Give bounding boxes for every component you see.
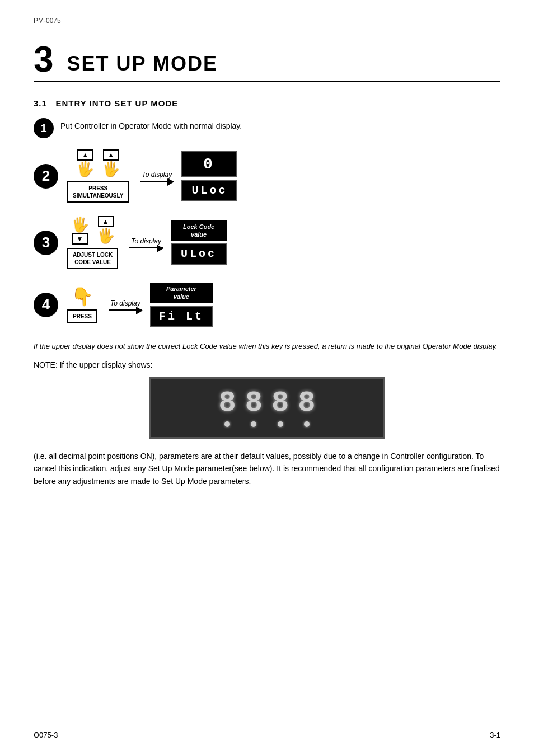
- step-1-text: Put Controller in Operator Mode with nor…: [60, 117, 242, 130]
- step-3-label-box: Lock Codevalue: [171, 220, 227, 241]
- step-4-press-label: PRESS: [67, 309, 97, 323]
- seg-digit-2: 8: [245, 389, 263, 427]
- step-4-display: Parametervalue Fi Lt: [150, 283, 213, 327]
- body-paragraph: (i.e. all decimal point positions ON), p…: [34, 450, 500, 487]
- step-2-arrow: To display: [140, 171, 174, 182]
- seg-dot-3: [278, 421, 283, 427]
- step-4-to-display: To display: [110, 299, 140, 307]
- chapter-title: SET UP MODE: [67, 53, 218, 77]
- step-3-hand-icons: 🖐 ▼ ▲ 🖐: [71, 216, 115, 245]
- hand-up-icon: ▲ 🖐: [76, 149, 94, 178]
- see-below-link[interactable]: (see below).: [232, 464, 274, 473]
- section-title: 3.1 ENTRY INTO SET UP MODE: [34, 98, 500, 108]
- hand-up-icon-2: ▲ 🖐: [102, 149, 120, 178]
- chapter-title-container: 3 SET UP MODE: [34, 41, 500, 82]
- step-3-arrow: To display: [129, 237, 163, 248]
- seg-dot-2: [251, 421, 256, 427]
- step-4-arrow: To display: [109, 299, 142, 311]
- step-2-press-label: PRESSSIMULTANEOUSLY: [67, 181, 129, 203]
- footer-right: 3-1: [490, 731, 500, 739]
- step-1-number: 1: [34, 118, 54, 138]
- step-4-number: 4: [34, 293, 58, 317]
- seg-digit-1: 8: [219, 389, 236, 427]
- seven-segment-display: 8 8 8 8: [149, 377, 385, 439]
- step-2-top-value: 0: [203, 156, 216, 173]
- footer-left: O075-3: [34, 731, 58, 739]
- step-3-display: Lock Codevalue ULoc: [171, 220, 227, 265]
- step-4-diagram: 4 👇 PRESS To display Parametervalue Fi L…: [34, 283, 500, 327]
- italic-note: If the upper display does not show the c…: [34, 341, 500, 352]
- step-1-row: 1 Put Controller in Operator Mode with n…: [34, 117, 500, 138]
- chapter-number: 3: [34, 41, 54, 77]
- step-2-to-display: To display: [142, 171, 172, 179]
- seg-dot-1: [224, 421, 230, 427]
- step-2-number: 2: [34, 164, 58, 189]
- step-4-bottom-display: Fi Lt: [150, 306, 213, 327]
- step-2-arrow-right: [140, 181, 174, 182]
- note-label: NOTE: If the upper display shows:: [34, 360, 500, 369]
- seg-char-2: 8: [245, 389, 263, 418]
- seg-digit-4: 8: [298, 389, 315, 427]
- step-3-press-label: ADJUST LOCKCODE VALUE: [67, 248, 118, 269]
- step-3-to-display: To display: [131, 237, 161, 245]
- step-4-arrow-right: [109, 309, 142, 311]
- step-2-diagram: 2 ▲ 🖐 ▲ 🖐 PRESSSIMULTANEOUSLY To display…: [34, 149, 500, 203]
- step-4-label-box: Parametervalue: [150, 283, 213, 303]
- hand-single-icon: 👇: [71, 286, 93, 307]
- step-2-hand-icons: ▲ 🖐 ▲ 🖐: [76, 149, 120, 178]
- step-4-press-area: 👇 PRESS: [67, 286, 97, 323]
- step-4-bottom-value: Fi Lt: [159, 310, 204, 323]
- step-3-arrow-right: [129, 247, 163, 248]
- page-footer: O075-3 3-1: [34, 731, 500, 739]
- hand-down-icon: 🖐 ▼: [71, 216, 89, 245]
- step-2-display: 0 ULoc: [181, 151, 237, 201]
- step-3-bottom-value: ULoc: [181, 247, 217, 260]
- document-label: PM-0075: [34, 17, 500, 25]
- seg-char-1: 8: [219, 389, 236, 418]
- step-3-number: 3: [34, 231, 58, 255]
- seg-char-3: 8: [271, 389, 289, 418]
- step-3-press-area: 🖐 ▼ ▲ 🖐 ADJUST LOCKCODE VALUE: [67, 216, 118, 269]
- hand-up-icon-3: ▲ 🖐: [97, 216, 115, 245]
- seg-char-4: 8: [298, 389, 315, 418]
- step-2-press-area: ▲ 🖐 ▲ 🖐 PRESSSIMULTANEOUSLY: [67, 149, 129, 203]
- step-2-top-display: 0: [181, 151, 237, 177]
- seg-digit-3: 8: [271, 389, 289, 427]
- step-3-diagram: 3 🖐 ▼ ▲ 🖐 ADJUST LOCKCODE VALUE To displ…: [34, 216, 500, 269]
- step-3-bottom-display: ULoc: [171, 243, 227, 265]
- step-2-bottom-display: ULoc: [181, 180, 237, 201]
- step-2-bottom-value: ULoc: [191, 184, 227, 197]
- seg-dot-4: [304, 421, 310, 427]
